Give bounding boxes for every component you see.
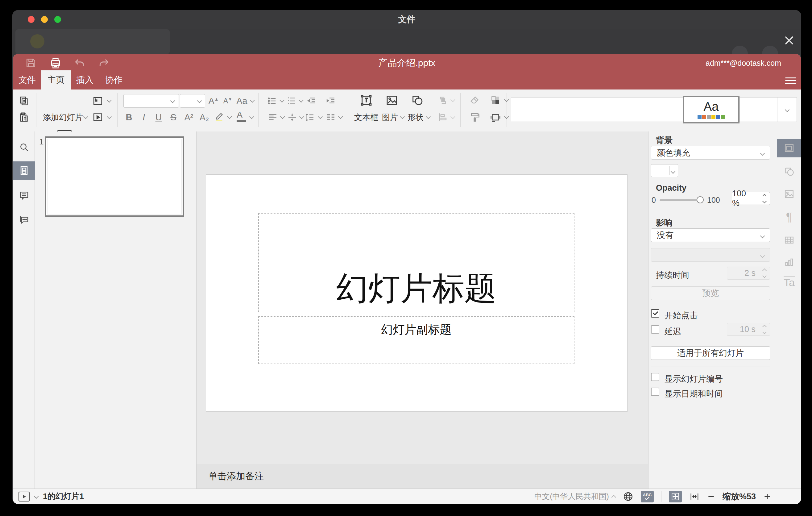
columns-icon[interactable] [326, 112, 336, 122]
chevron-down-icon[interactable] [227, 114, 232, 119]
paragraph-settings-icon[interactable]: ¶ [777, 208, 801, 226]
tab-insert[interactable]: 插入 [71, 70, 99, 89]
textart-settings-icon[interactable]: Ta [777, 273, 801, 291]
chevron-down-icon[interactable] [338, 114, 343, 119]
notes-area[interactable]: 单击添加备注 [197, 464, 648, 489]
theme-gallery-expand[interactable] [777, 97, 797, 122]
slide-editor[interactable]: 幻灯片标题 幻灯片副标题 [206, 175, 627, 411]
chevron-down-icon[interactable] [451, 114, 455, 119]
opacity-slider-thumb[interactable] [697, 196, 704, 203]
font-color-icon[interactable]: A [237, 110, 246, 122]
show-date-time-checkbox[interactable] [651, 388, 659, 396]
zoom-level-label[interactable]: 缩放%53 [723, 491, 756, 502]
horizontal-align-icon[interactable] [268, 112, 278, 122]
add-slide-label[interactable]: 添加幻灯片 [43, 112, 83, 123]
chevron-down-icon[interactable] [318, 114, 323, 119]
subtitle-placeholder[interactable]: 幻灯片副标题 [258, 316, 575, 364]
zoom-out-icon[interactable] [707, 492, 715, 500]
bullet-list-icon[interactable] [267, 96, 277, 106]
highlight-color-icon[interactable] [214, 111, 225, 121]
opacity-spinbox[interactable]: 100 % [732, 192, 770, 205]
theme-item-selected[interactable]: Aa [683, 96, 740, 123]
font-size-select[interactable] [180, 94, 205, 108]
language-selector[interactable]: 中文(中华人民共和国) [534, 491, 615, 501]
start-on-click-checkbox[interactable] [651, 309, 659, 318]
table-settings-icon[interactable] [777, 231, 801, 249]
menu-icon[interactable] [785, 76, 796, 84]
chevron-down-icon[interactable] [504, 114, 509, 119]
superscript-icon[interactable]: A² [184, 112, 194, 122]
fit-to-slide-icon[interactable] [669, 491, 682, 503]
arrange-icon[interactable] [438, 95, 448, 106]
color-scheme-icon[interactable] [490, 95, 501, 106]
show-slide-number-checkbox[interactable] [651, 373, 659, 381]
fit-to-width-icon[interactable] [689, 492, 700, 501]
close-icon[interactable] [782, 33, 796, 48]
copy-icon[interactable] [19, 96, 29, 106]
textbox-label[interactable]: 文本框 [354, 112, 378, 123]
line-spacing-icon[interactable] [305, 112, 315, 122]
chevron-down-icon[interactable] [34, 494, 39, 499]
tab-file[interactable]: 文件 [14, 70, 40, 89]
slide-layout-icon[interactable] [92, 96, 103, 106]
theme-item[interactable] [511, 97, 569, 122]
chevron-down-icon[interactable] [249, 114, 254, 119]
image-settings-icon[interactable] [777, 185, 801, 203]
zoom-in-icon[interactable] [763, 492, 771, 500]
chevron-down-icon[interactable] [280, 98, 285, 103]
tab-home[interactable]: 主页 [41, 70, 71, 89]
underline-icon[interactable]: U [155, 112, 162, 122]
background-fill-select[interactable]: 颜色填充 [651, 146, 770, 160]
search-icon[interactable] [13, 138, 35, 156]
apply-to-all-button[interactable]: 适用于所有幻灯片 [651, 346, 770, 360]
opacity-slider-track[interactable] [660, 199, 701, 201]
image-label[interactable]: 图片 [382, 112, 398, 123]
decrease-font-icon[interactable]: A▼ [223, 96, 232, 105]
slides-panel-icon[interactable] [13, 162, 35, 180]
spellcheck-toggle[interactable]: ABC [641, 491, 654, 503]
paste-icon[interactable] [19, 112, 29, 122]
theme-item[interactable] [569, 97, 626, 122]
font-name-select[interactable] [123, 94, 179, 108]
opacity-steppers[interactable] [763, 192, 766, 205]
increase-indent-icon[interactable] [326, 96, 336, 106]
chevron-down-icon[interactable] [451, 97, 455, 102]
title-placeholder[interactable]: 幻灯片标题 [258, 213, 575, 312]
insert-image-icon[interactable] [386, 94, 398, 107]
italic-icon[interactable]: I [143, 112, 145, 122]
textbox-icon[interactable] [360, 94, 372, 107]
chat-icon[interactable] [13, 210, 35, 229]
fill-color-picker[interactable] [651, 164, 678, 177]
effect-select[interactable]: 没有 [651, 228, 770, 242]
slide-thumbnail[interactable] [45, 136, 184, 217]
increase-font-icon[interactable]: A▲ [208, 96, 219, 106]
start-slideshow-icon[interactable] [92, 112, 103, 122]
slide-settings-icon[interactable] [777, 139, 801, 157]
chevron-down-icon[interactable] [400, 114, 405, 119]
align-shapes-icon[interactable] [438, 112, 448, 122]
slide-size-icon[interactable] [490, 112, 501, 123]
chevron-down-icon[interactable] [280, 114, 285, 119]
document-language-icon[interactable] [623, 491, 633, 502]
chevron-down-icon[interactable] [107, 98, 112, 103]
vertical-align-icon[interactable] [287, 112, 297, 122]
chevron-down-icon[interactable] [107, 114, 112, 119]
decrease-indent-icon[interactable] [307, 96, 317, 106]
delay-checkbox[interactable] [651, 325, 659, 334]
theme-item[interactable] [626, 97, 683, 122]
chevron-down-icon[interactable] [299, 114, 304, 119]
shape-settings-icon[interactable] [777, 162, 801, 181]
chevron-down-icon[interactable] [250, 98, 255, 103]
comments-icon[interactable] [13, 186, 35, 205]
theme-item[interactable] [740, 97, 777, 122]
subscript-icon[interactable]: A₂ [200, 112, 209, 122]
change-case-icon[interactable]: Aa [236, 96, 247, 106]
chart-settings-icon[interactable] [777, 253, 801, 271]
shape-label[interactable]: 形状 [408, 112, 424, 123]
copy-style-icon[interactable] [469, 112, 480, 123]
strikeout-icon[interactable]: S [170, 112, 176, 122]
start-preview-icon[interactable] [19, 492, 30, 501]
chevron-down-icon[interactable] [299, 98, 303, 103]
bold-icon[interactable]: B [126, 112, 132, 122]
chevron-down-icon[interactable] [426, 114, 431, 119]
